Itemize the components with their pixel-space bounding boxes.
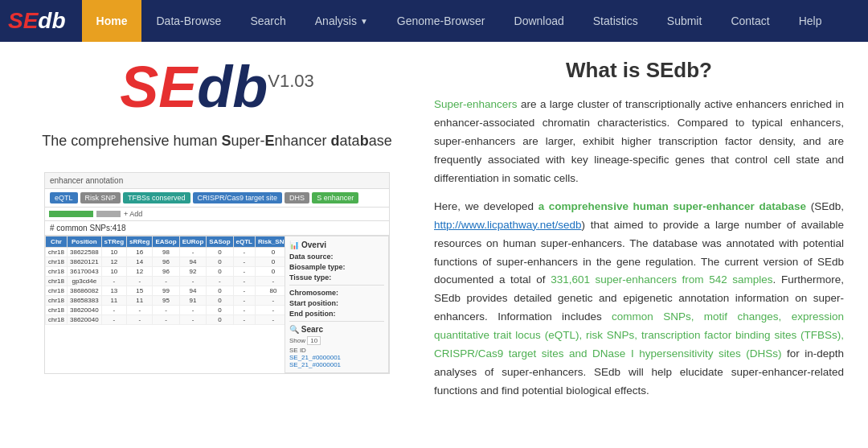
content-text: Super-enhancers are a large cluster of t…: [434, 96, 844, 401]
table-btn-row: eQTL Risk SNP TFBSs conserved CRISPR/Cas…: [45, 189, 389, 208]
nav-search[interactable]: Search: [235, 0, 300, 42]
features-list: common SNPs, motif changes, expression q…: [434, 310, 844, 360]
col-europ: EURop: [179, 236, 207, 248]
table-row: chr1838658383111195910-----190-: [46, 296, 285, 306]
hero-logo-db: db: [197, 55, 268, 119]
table-area: Chr Position sTReg sRReg EASop EURop SAS…: [45, 236, 389, 373]
nav-analysis[interactable]: Analysis ▼: [301, 0, 383, 42]
nav-genome-browser[interactable]: Genome-Browser: [383, 0, 500, 42]
col-chr: Chr: [46, 236, 68, 248]
btn-risk-snp[interactable]: Risk SNP: [80, 192, 121, 203]
nav-home[interactable]: Home: [82, 0, 142, 42]
se-id-value1: SE_21_#0000001: [289, 354, 384, 361]
analysis-arrow: ▼: [360, 17, 368, 26]
count-highlight: 331,601 super-enhancers from 542 samples: [551, 273, 772, 286]
table-row: chr1838686082131599940-8081-87-: [46, 286, 285, 296]
btn-enhancer[interactable]: S enhancer: [312, 192, 358, 203]
snp-count: # common SNPs:418: [45, 221, 389, 236]
search-title: 🔍 Searc: [289, 325, 384, 334]
nav-contact[interactable]: Contact: [716, 0, 784, 42]
rpanel-tissue: Tissue type:: [289, 273, 384, 282]
nav-help[interactable]: Help: [784, 0, 837, 42]
gray-progress: [96, 211, 121, 217]
table-mockup: enhancer annotation eQTL Risk SNP TFBSs …: [44, 172, 390, 374]
rpanel-start: Start position:: [289, 299, 384, 307]
paragraph-1: Super-enhancers are a large cluster of t…: [434, 96, 844, 188]
hero-logo: SEdbV1.03: [120, 58, 314, 116]
tagline-bold-e: E: [265, 133, 275, 149]
col-srreg: sRReg: [127, 236, 153, 248]
para1-rest: are a large cluster of transcriptionally…: [434, 98, 844, 184]
col-easop: EASop: [153, 236, 179, 248]
se-id-row: SE ID: [289, 347, 384, 354]
rpanel-chr: Chromosome:: [289, 289, 384, 297]
col-streg: sTReg: [101, 236, 126, 248]
add-label: + Add: [124, 210, 142, 218]
right-panel: What is SEdb? Super-enhancers are a larg…: [434, 58, 844, 410]
btn-eqtl[interactable]: eQTL: [50, 192, 78, 203]
overview-title: 📊 Overvi: [289, 240, 384, 249]
url-link[interactable]: http://www.licpathway.net/sedb: [434, 219, 582, 231]
right-side-panel: 📊 Overvi Data source: Biosample type: Ti…: [285, 236, 389, 373]
table-row: chr1838620040----0-------: [46, 315, 285, 325]
data-table: Chr Position sTReg sRReg EASop EURop SAS…: [45, 236, 285, 325]
table-row: chr1838620121121496940-0-18-43-: [46, 257, 285, 267]
nav-download[interactable]: Download: [500, 0, 579, 42]
show-row: Show 10: [289, 337, 384, 344]
site-logo[interactable]: SEdb: [8, 8, 66, 34]
tagline-bold-b: b: [360, 133, 369, 149]
col-eqtl: eQTL: [233, 236, 255, 248]
logo-se: SE: [8, 8, 38, 33]
col-sasop: SASop: [207, 236, 233, 248]
table-row: chr1838620040----0-------: [46, 306, 285, 315]
btn-tfbs[interactable]: TFBSs conserved: [123, 192, 190, 203]
tagline: The comprehensive human Super-Enhancer d…: [42, 130, 391, 152]
tagline-bold-d: d: [331, 133, 340, 149]
btn-crispr[interactable]: CRISPR/Cas9 target site: [193, 192, 283, 203]
table-row: chr1838622588101698-0-0-20-471: [46, 248, 285, 257]
col-risksnp: Risk_SNP: [256, 236, 285, 248]
divider: [289, 285, 384, 286]
rpanel-datasource: Data source:: [289, 253, 384, 261]
db-link[interactable]: a comprehensive human super-enhancer dat…: [538, 200, 806, 212]
table-row: chr1836170043101296920-0-10120-: [46, 267, 285, 277]
se-id-value2: SE_21_#0000001: [289, 361, 384, 368]
tagline-bold-s: S: [221, 133, 231, 149]
col-pos: Position: [68, 236, 102, 248]
table-row: chr18gp3cd4e------------: [46, 277, 285, 286]
hero-version: V1.03: [268, 71, 314, 91]
section-title: What is SEdb?: [434, 58, 844, 83]
green-progress: [49, 211, 93, 217]
rpanel-end: End position:: [289, 310, 384, 318]
hero-logo-se: SE: [120, 55, 197, 119]
rpanel-biosample: Biosample type:: [289, 263, 384, 271]
logo-db: db: [38, 8, 65, 33]
divider2: [289, 321, 384, 322]
nav-items: Home Data-Browse Search Analysis ▼ Genom…: [82, 0, 837, 42]
nav-statistics[interactable]: Statistics: [579, 0, 653, 42]
super-enhancers-link[interactable]: Super-enhancers: [434, 98, 518, 110]
paragraph-2: Here, we developed a comprehensive human…: [434, 198, 844, 401]
navigation: SEdb Home Data-Browse Search Analysis ▼ …: [0, 0, 868, 42]
left-panel: SEdbV1.03 The comprehensive human Super-…: [24, 58, 410, 410]
btn-dhs[interactable]: DHS: [285, 192, 309, 203]
main-content: SEdbV1.03 The comprehensive human Super-…: [0, 42, 868, 426]
nav-data-browse[interactable]: Data-Browse: [141, 0, 235, 42]
table-header: enhancer annotation: [45, 173, 389, 189]
nav-submit[interactable]: Submit: [653, 0, 717, 42]
